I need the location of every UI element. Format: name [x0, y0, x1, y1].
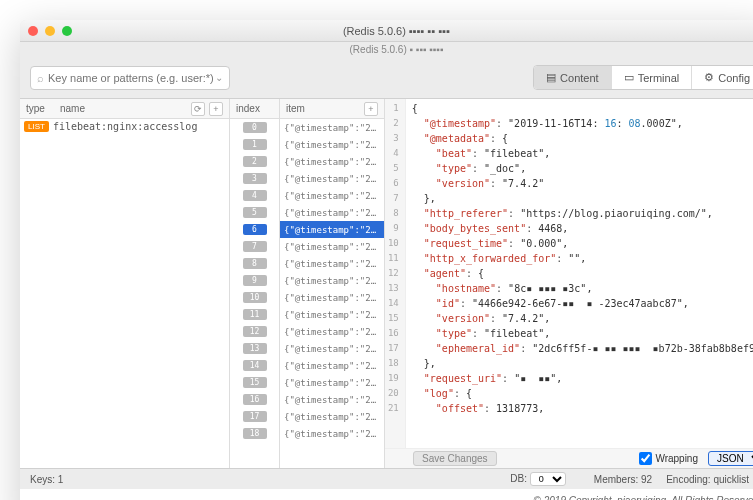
index-pill: 9: [243, 275, 267, 286]
item-row[interactable]: {"@timestamp":"2…: [280, 425, 384, 442]
index-row[interactable]: 18: [230, 425, 279, 442]
tab-content-label: Content: [560, 72, 599, 84]
item-row[interactable]: {"@timestamp":"2…: [280, 238, 384, 255]
index-row[interactable]: 3: [230, 170, 279, 187]
index-row[interactable]: 8: [230, 255, 279, 272]
index-pill: 8: [243, 258, 267, 269]
item-header: item +: [280, 99, 384, 119]
minimize-icon[interactable]: [45, 26, 55, 36]
index-pill: 4: [243, 190, 267, 201]
item-row[interactable]: {"@timestamp":"2…: [280, 323, 384, 340]
item-row[interactable]: {"@timestamp":"2…: [280, 221, 384, 238]
app-window: (Redis 5.0.6) ▪▪▪▪ ▪▪ ▪▪▪ (Redis 5.0.6) …: [20, 20, 753, 500]
save-button[interactable]: Save Changes: [413, 451, 497, 466]
index-row[interactable]: 13: [230, 340, 279, 357]
index-row[interactable]: 12: [230, 323, 279, 340]
index-pill: 18: [243, 428, 267, 439]
index-row[interactable]: 6: [230, 221, 279, 238]
add-key-icon[interactable]: +: [209, 102, 223, 116]
wrapping-toggle[interactable]: Wrapping: [639, 452, 698, 465]
item-row[interactable]: {"@timestamp":"2…: [280, 306, 384, 323]
keys-column: type name ⟳ + LIST filebeat:nginx:access…: [20, 99, 230, 468]
col-name-label: name: [60, 103, 85, 114]
item-column: item + {"@timestamp":"2…{"@timestamp":"2…: [280, 99, 385, 468]
index-row[interactable]: 2: [230, 153, 279, 170]
json-viewer[interactable]: 1 2 3 4 5 6 7 8 9 10 11 12 13 14 15 16 1…: [385, 99, 753, 468]
line-gutter: 1 2 3 4 5 6 7 8 9 10 11 12 13 14 15 16 1…: [385, 99, 406, 468]
toolbar: ⌕ ⌄ ▤ Content ▭ Terminal ⚙ Config: [20, 57, 753, 98]
index-row[interactable]: 11: [230, 306, 279, 323]
tab-terminal-label: Terminal: [638, 72, 680, 84]
window-subtitle: (Redis 5.0.6) ▪ ▪▪▪ ▪▪▪▪: [20, 42, 753, 57]
index-row[interactable]: 1: [230, 136, 279, 153]
index-row[interactable]: 17: [230, 408, 279, 425]
keys-count: Keys: 1: [30, 474, 63, 485]
key-row[interactable]: LIST filebeat:nginx:accesslog: [20, 119, 229, 134]
close-icon[interactable]: [28, 26, 38, 36]
keys-list[interactable]: LIST filebeat:nginx:accesslog: [20, 119, 229, 468]
json-footer: Save Changes Wrapping JSON: [385, 448, 753, 468]
format-select[interactable]: JSON: [708, 451, 753, 466]
wrapping-checkbox[interactable]: [639, 452, 652, 465]
index-row[interactable]: 7: [230, 238, 279, 255]
index-header: index: [230, 99, 279, 119]
item-list[interactable]: {"@timestamp":"2…{"@timestamp":"2…{"@tim…: [280, 119, 384, 468]
item-row[interactable]: {"@timestamp":"2…: [280, 408, 384, 425]
index-list[interactable]: 0123456789101112131415161718: [230, 119, 279, 468]
index-pill: 14: [243, 360, 267, 371]
json-code[interactable]: { "@timestamp": "2019-11-16T14: 16: 08.0…: [406, 99, 753, 468]
item-row[interactable]: {"@timestamp":"2…: [280, 204, 384, 221]
index-row[interactable]: 9: [230, 272, 279, 289]
index-row[interactable]: 4: [230, 187, 279, 204]
titlebar[interactable]: (Redis 5.0.6) ▪▪▪▪ ▪▪ ▪▪▪: [20, 20, 753, 42]
content-body: type name ⟳ + LIST filebeat:nginx:access…: [20, 98, 753, 468]
item-row[interactable]: {"@timestamp":"2…: [280, 272, 384, 289]
item-row[interactable]: {"@timestamp":"2…: [280, 357, 384, 374]
index-row[interactable]: 16: [230, 391, 279, 408]
members-count: Members: 92: [594, 474, 652, 485]
add-item-icon[interactable]: +: [364, 102, 378, 116]
index-pill: 16: [243, 394, 267, 405]
key-name: filebeat:nginx:accesslog: [53, 121, 198, 132]
item-row[interactable]: {"@timestamp":"2…: [280, 153, 384, 170]
index-row[interactable]: 14: [230, 357, 279, 374]
item-row[interactable]: {"@timestamp":"2…: [280, 170, 384, 187]
item-row[interactable]: {"@timestamp":"2…: [280, 289, 384, 306]
search-input[interactable]: [48, 72, 215, 84]
item-row[interactable]: {"@timestamp":"2…: [280, 187, 384, 204]
index-pill: 13: [243, 343, 267, 354]
col-type-label: type: [26, 103, 60, 114]
index-pill: 10: [243, 292, 267, 303]
zoom-icon[interactable]: [62, 26, 72, 36]
item-row[interactable]: {"@timestamp":"2…: [280, 255, 384, 272]
item-row[interactable]: {"@timestamp":"2…: [280, 340, 384, 357]
index-row[interactable]: 5: [230, 204, 279, 221]
json-column: 1 2 3 4 5 6 7 8 9 10 11 12 13 14 15 16 1…: [385, 99, 753, 468]
terminal-icon: ▭: [624, 71, 634, 84]
item-row[interactable]: {"@timestamp":"2…: [280, 374, 384, 391]
window-title: (Redis 5.0.6) ▪▪▪▪ ▪▪ ▪▪▪: [20, 25, 753, 37]
statusbar: Keys: 1 DB: 0 Members: 92 Encoding: quic…: [20, 468, 753, 489]
wrapping-label: Wrapping: [655, 453, 698, 464]
index-pill: 11: [243, 309, 267, 320]
index-row[interactable]: 0: [230, 119, 279, 136]
chevron-down-icon[interactable]: ⌄: [215, 72, 223, 83]
page-footer: © 2019 Copyright, piaoruiqing, All Right…: [20, 489, 753, 500]
tab-config-label: Config: [718, 72, 750, 84]
item-row[interactable]: {"@timestamp":"2…: [280, 136, 384, 153]
refresh-icon[interactable]: ⟳: [191, 102, 205, 116]
index-row[interactable]: 10: [230, 289, 279, 306]
search-box[interactable]: ⌕ ⌄: [30, 66, 230, 90]
keys-header: type name ⟳ +: [20, 99, 229, 119]
item-row[interactable]: {"@timestamp":"2…: [280, 391, 384, 408]
index-pill: 0: [243, 122, 267, 133]
db-label-text: DB:: [510, 473, 527, 484]
tab-config[interactable]: ⚙ Config: [692, 66, 753, 89]
db-select[interactable]: 0: [530, 472, 566, 486]
index-pill: 6: [243, 224, 267, 235]
search-icon: ⌕: [37, 72, 44, 84]
item-row[interactable]: {"@timestamp":"2…: [280, 119, 384, 136]
index-row[interactable]: 15: [230, 374, 279, 391]
tab-terminal[interactable]: ▭ Terminal: [612, 66, 693, 89]
tab-content[interactable]: ▤ Content: [534, 66, 612, 89]
